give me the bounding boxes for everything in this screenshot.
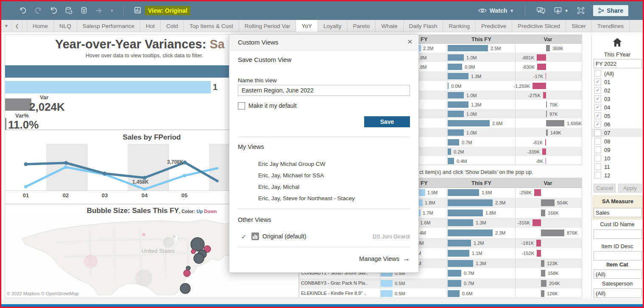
view-name-input[interactable] — [238, 85, 410, 96]
var-down-bar[interactable] — [537, 54, 546, 61]
cust-id-input[interactable] — [594, 230, 642, 239]
this-fy-bar[interactable] — [448, 240, 471, 246]
watch-menu[interactable]: Watch ▼ — [478, 6, 514, 15]
tab-whale[interactable]: Whale — [376, 20, 403, 32]
var-up-bar[interactable] — [546, 101, 547, 108]
var-down-bar[interactable] — [543, 92, 546, 98]
var-down-bar[interactable] — [545, 139, 546, 146]
var-up-bar[interactable] — [541, 210, 545, 216]
month-filter-01[interactable]: ✓01 — [592, 78, 643, 86]
this-fy-bar[interactable] — [448, 101, 468, 108]
var-down-bar[interactable] — [532, 219, 541, 226]
this-fy-bar[interactable] — [448, 210, 483, 216]
table-row[interactable]: CONBABY3 - Grac Pack N Pla..0.5M0.7M204K — [299, 278, 582, 288]
month-filter-12[interactable]: 12 — [592, 171, 643, 179]
tab-predictive-sliced[interactable]: Predictive Sliced — [512, 20, 566, 32]
salesperson-dropdown[interactable]: (All) — [594, 288, 642, 298]
tab-hot[interactable]: Hot — [140, 20, 161, 32]
this-fy-bar[interactable] — [448, 54, 464, 61]
tab-cold[interactable]: Cold — [161, 20, 184, 32]
var-up-bar[interactable] — [541, 270, 545, 277]
tab-loyalty[interactable]: Loyalty — [318, 20, 348, 32]
view-original-label[interactable]: View: Original — [145, 6, 190, 15]
this-fy-bar[interactable] — [448, 129, 464, 136]
month-filter-10[interactable]: 10 — [592, 154, 643, 162]
tab-yoy[interactable]: YoY — [296, 20, 318, 32]
var-up-bar[interactable] — [546, 111, 547, 117]
var-up-bar[interactable] — [546, 120, 564, 126]
custom-view-icon[interactable]: * — [133, 6, 142, 15]
tab-predictive[interactable]: Predictive — [476, 20, 512, 32]
month-filter-02[interactable]: ✓02 — [592, 86, 643, 95]
this-fy-bar[interactable] — [448, 73, 468, 79]
checkbox-icon[interactable]: ✓ — [594, 121, 601, 128]
var-up-bar[interactable] — [541, 199, 555, 206]
month-filter-06[interactable]: ✓06 — [592, 120, 643, 129]
sa-measure-dropdown[interactable]: Sales — [594, 208, 642, 217]
this-fy-bar[interactable] — [448, 219, 473, 226]
var-up-bar[interactable] — [546, 45, 550, 51]
var-pct-bar[interactable] — [5, 118, 6, 130]
var-up-bar[interactable] — [541, 230, 564, 236]
fullscreen-icon[interactable] — [576, 6, 585, 15]
revert-icon[interactable] — [49, 6, 58, 15]
col-var[interactable]: Var — [515, 36, 581, 42]
var-down-bar[interactable] — [546, 158, 546, 164]
last-fy-bar[interactable] — [381, 290, 393, 297]
my-view-item[interactable]: Eric, Jay, Michael for SSA — [258, 172, 324, 179]
this-fy-bar[interactable] — [448, 199, 493, 206]
x-tick-05[interactable]: 05 — [176, 192, 193, 199]
checkbox-icon[interactable]: ✓ — [594, 104, 601, 111]
flow-arrow-icon[interactable] — [95, 6, 104, 15]
tab-top-items-cust[interactable]: Top Items & Cust — [184, 20, 239, 32]
apply-button[interactable]: Apply — [618, 184, 642, 193]
flow-arrow-caret-icon[interactable]: ▼ — [110, 8, 114, 13]
col-last-fy[interactable]: FY — [421, 36, 428, 42]
checkbox-icon[interactable] — [594, 70, 601, 77]
month-filter-03[interactable]: ✓03 — [592, 95, 643, 103]
comments-icon[interactable] — [536, 6, 546, 15]
redo-icon[interactable] — [33, 6, 43, 15]
tab-salesp-performance[interactable]: Salesp Performance — [77, 20, 140, 32]
tab-trendlines[interactable]: Trendlines — [592, 20, 630, 32]
my-view-item[interactable]: Eric, Jay, Michal — [258, 184, 299, 190]
manage-views-link[interactable]: Manage Views → — [359, 255, 410, 263]
this-fy-bar[interactable] — [448, 280, 461, 287]
col-this-fy[interactable]: This FY — [448, 180, 515, 186]
home-icon[interactable] — [611, 36, 623, 48]
col-last-fy[interactable]: FY — [421, 180, 428, 186]
tab-list-caret-icon[interactable]: ▼ — [1, 20, 12, 32]
var-up-bar[interactable] — [541, 280, 546, 287]
checkbox-icon[interactable] — [594, 129, 601, 136]
month-filter-All[interactable]: (All) — [592, 69, 643, 78]
checkbox-icon[interactable]: ✓ — [594, 95, 601, 102]
var-bar[interactable] — [5, 98, 31, 111]
download-caret-icon[interactable]: ▼ — [564, 8, 569, 13]
this-fy-bar[interactable] — [448, 111, 464, 117]
item-cat-dropdown[interactable]: (All) — [594, 269, 642, 279]
checkbox-icon[interactable] — [594, 138, 601, 145]
make-default-checkbox[interactable] — [238, 102, 245, 109]
checkbox-icon[interactable]: ✓ — [594, 78, 601, 85]
undo-icon[interactable] — [18, 6, 28, 15]
tab-ranking[interactable]: Ranking — [443, 20, 476, 32]
my-view-item[interactable]: Eric, Jay, Steve for Northeast - Stacey — [258, 195, 355, 202]
x-tick-04[interactable]: 04 — [136, 192, 153, 199]
this-fy-bar[interactable] — [448, 230, 493, 236]
item-id-input[interactable] — [594, 251, 642, 260]
var-up-bar[interactable] — [541, 290, 544, 297]
x-tick-03[interactable]: 03 — [96, 192, 113, 199]
x-tick-01[interactable]: 01 — [17, 192, 34, 199]
last-fy-total-bar[interactable] — [5, 81, 211, 93]
this-fy-bar[interactable] — [448, 148, 451, 155]
my-view-item[interactable]: Eric Jay Michal Group CW — [258, 161, 325, 167]
month-filter-08[interactable]: 08 — [592, 137, 643, 146]
tab-nlq[interactable]: NLQ — [54, 20, 77, 32]
this-fy-bar[interactable] — [448, 290, 460, 297]
cancel-button[interactable]: Cancel — [594, 184, 616, 193]
close-icon[interactable]: × — [407, 36, 413, 47]
this-fy-bar[interactable] — [448, 83, 449, 89]
last-fy-bar[interactable] — [381, 280, 393, 287]
month-filter-09[interactable]: 09 — [592, 146, 643, 154]
tab-daily-flash[interactable]: Daily Flash — [404, 20, 443, 32]
